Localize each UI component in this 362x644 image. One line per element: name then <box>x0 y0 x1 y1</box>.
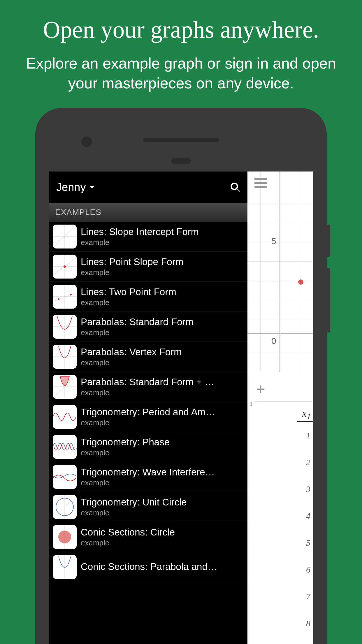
graph-y-axis <box>280 172 280 372</box>
graph-thumbnail-icon <box>53 465 77 489</box>
list-item-subtitle: example <box>81 328 244 337</box>
list-item-text: Trigonometry: Wave Interfere… example <box>81 467 244 487</box>
list-item-subtitle: example <box>81 538 244 547</box>
list-item-subtitle: example <box>81 298 244 307</box>
table-variable-header: x1 <box>302 407 311 421</box>
list-item-title: Trigonometry: Wave Interfere… <box>81 467 244 478</box>
graph-thumbnail-icon <box>53 555 77 579</box>
list-item-text: Parabolas: Vertex Form example <box>81 346 244 367</box>
table-row-numbers: 1 2 3 4 5 6 7 8 <box>306 430 310 628</box>
list-item-text: Lines: Two Point Form example <box>81 286 244 307</box>
list-item-title: Conic Sections: Parabola and… <box>81 561 244 572</box>
list-item-subtitle: example <box>81 508 244 517</box>
list-item-subtitle: example <box>81 448 244 457</box>
list-item[interactable]: Parabolas: Standard Form example <box>49 312 247 342</box>
list-item-title: Conic Sections: Circle <box>81 527 244 538</box>
phone-bezel <box>49 122 313 172</box>
list-item-text: Lines: Point Slope Form example <box>81 256 244 277</box>
phone-camera <box>81 136 92 147</box>
phone-side-button-top <box>327 225 330 257</box>
graph-thumbnail-icon <box>53 315 77 339</box>
svg-line-27 <box>65 501 71 507</box>
graph-thumbnail-icon <box>53 285 77 309</box>
list-item[interactable]: Lines: Point Slope Form example <box>49 252 247 282</box>
list-item-subtitle: example <box>81 388 244 397</box>
list-item-title: Trigonometry: Unit Circle <box>81 497 244 508</box>
list-item-subtitle: example <box>81 358 244 367</box>
hamburger-menu-icon[interactable] <box>254 178 267 188</box>
graph-tick-label: 0 <box>271 336 276 346</box>
expression-editor: + 1 x1 1 2 3 4 5 6 7 8 <box>247 372 313 644</box>
svg-point-30 <box>58 531 71 543</box>
graph-data-point[interactable] <box>298 279 303 285</box>
svg-line-1 <box>237 189 240 192</box>
sidebar: Jenny EXAMPLES <box>49 172 247 644</box>
list-item-subtitle: example <box>81 418 244 427</box>
list-item-text: Conic Sections: Parabola and… <box>81 561 244 573</box>
graph-tick-label: 5 <box>271 236 276 246</box>
graph-thumbnail-icon <box>53 525 77 549</box>
graph-thumbnail-icon <box>53 375 77 399</box>
list-item-subtitle: example <box>81 268 244 277</box>
list-item-subtitle: example <box>81 478 244 487</box>
graph-thumbnail-icon <box>53 495 77 519</box>
expression-row-number: 1 <box>250 401 253 407</box>
list-item-text: Parabolas: Standard Form example <box>81 316 244 337</box>
user-dropdown[interactable]: Jenny <box>56 181 96 194</box>
list-item-title: Parabolas: Standard Form + … <box>81 377 244 388</box>
graph-thumbnail-icon <box>53 255 77 279</box>
table-header-underline <box>297 421 313 422</box>
phone-home-indicator <box>171 158 191 164</box>
svg-point-12 <box>58 298 59 300</box>
svg-point-8 <box>64 265 66 268</box>
list-item-title: Lines: Slope Intercept Form <box>81 226 244 237</box>
graph-thumbnail-icon <box>53 345 77 369</box>
list-item-text: Trigonometry: Period and Am… example <box>81 407 244 427</box>
list-item-subtitle: example <box>81 238 244 247</box>
list-item-title: Parabolas: Vertex Form <box>81 346 244 358</box>
search-icon[interactable] <box>230 182 240 192</box>
list-item[interactable]: Conic Sections: Parabola and… <box>49 552 247 582</box>
list-item-text: Trigonometry: Phase example <box>81 437 244 457</box>
graph-thumbnail-icon <box>53 435 77 459</box>
user-name-label: Jenny <box>56 181 86 194</box>
phone-frame: Jenny EXAMPLES <box>35 108 327 644</box>
app-screen: Jenny EXAMPLES <box>49 172 313 644</box>
list-item[interactable]: Lines: Slope Intercept Form example <box>49 222 247 252</box>
graph-x-axis <box>247 333 313 334</box>
promo-subtitle: Explore an example graph or sign in and … <box>0 54 362 93</box>
graph-canvas[interactable]: 5 0 + 1 x1 1 2 3 4 5 <box>247 172 313 644</box>
list-item-text: Lines: Slope Intercept Form example <box>81 226 244 247</box>
list-item-title: Lines: Point Slope Form <box>81 256 244 267</box>
list-item[interactable]: Trigonometry: Period and Am… example <box>49 402 247 432</box>
phone-side-button-bottom <box>327 268 330 332</box>
list-item[interactable]: Trigonometry: Unit Circle example <box>49 492 247 522</box>
list-item[interactable]: Parabolas: Vertex Form example <box>49 342 247 372</box>
list-item[interactable]: Trigonometry: Phase example <box>49 432 247 462</box>
list-item-title: Trigonometry: Phase <box>81 437 244 448</box>
section-header-examples: EXAMPLES <box>49 203 247 222</box>
phone-speaker <box>143 138 219 142</box>
list-item-title: Lines: Two Point Form <box>81 286 244 298</box>
add-expression-icon[interactable]: + <box>256 380 265 398</box>
graph-thumbnail-icon <box>53 405 77 429</box>
list-item[interactable]: Conic Sections: Circle example <box>49 522 247 552</box>
list-item-title: Trigonometry: Period and Am… <box>81 407 244 418</box>
svg-point-0 <box>231 183 238 190</box>
promo-title: Open your graphs anywhere. <box>0 16 362 43</box>
list-item[interactable]: Parabolas: Standard Form + … example <box>49 372 247 402</box>
list-item-text: Parabolas: Standard Form + … example <box>81 377 244 397</box>
list-item-text: Conic Sections: Circle example <box>81 527 244 547</box>
sidebar-header: Jenny <box>49 172 247 203</box>
chevron-down-icon <box>89 184 96 191</box>
list-item[interactable]: Lines: Two Point Form example <box>49 282 247 312</box>
graph-thumbnail-icon <box>53 225 77 249</box>
list-item-title: Parabolas: Standard Form <box>81 316 244 328</box>
list-item-text: Trigonometry: Unit Circle example <box>81 497 244 517</box>
list-item[interactable]: Trigonometry: Wave Interfere… example <box>49 462 247 492</box>
svg-point-13 <box>70 294 72 295</box>
